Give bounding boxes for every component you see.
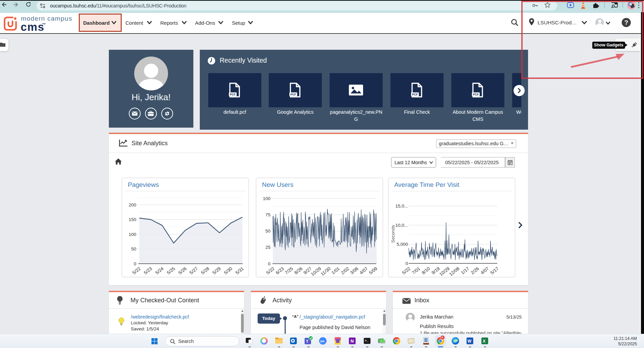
svg-text:5/09: 5/09 (368, 266, 378, 276)
svg-text:3/06: 3/06 (349, 266, 359, 276)
svg-text:5/22: 5/22 (132, 266, 142, 276)
svg-text:5/24: 5/24 (154, 266, 165, 275)
svg-text:5/26: 5/26 (177, 266, 188, 276)
svg-text:PCF: PCF (473, 93, 479, 96)
svg-text:4/07: 4/07 (480, 266, 490, 276)
svg-text:4/07: 4/07 (359, 266, 369, 276)
svg-text:Seconds: Seconds (390, 225, 396, 243)
svg-text:8/26: 8/26 (293, 266, 304, 276)
svg-text:0: 0 (268, 261, 270, 266)
svg-text:5/31: 5/31 (235, 266, 245, 276)
svg-text:6/23: 6/23 (275, 266, 285, 276)
svg-text:5/25: 5/25 (166, 266, 176, 276)
svg-text:50: 50 (265, 229, 270, 234)
svg-text:0: 0 (405, 261, 408, 266)
svg-text:5,000: 5,000 (397, 242, 408, 247)
svg-text:PCF: PCF (230, 93, 236, 96)
svg-text:7/01: 7/01 (411, 266, 421, 276)
svg-text:1/17: 1/17 (460, 266, 470, 276)
svg-text:100: 100 (128, 232, 136, 237)
svg-text:12/08: 12/08 (448, 266, 460, 277)
svg-text:0: 0 (134, 261, 136, 266)
svg-text:1/01: 1/01 (331, 266, 341, 276)
svg-text:100: 100 (263, 196, 270, 201)
svg-text:75: 75 (265, 212, 270, 217)
svg-text:5/22: 5/22 (265, 266, 276, 276)
svg-text:PCF: PCF (290, 93, 296, 96)
svg-text:10/29: 10/29 (310, 266, 322, 277)
svg-text:5/17: 5/17 (490, 266, 500, 276)
svg-text:5/23: 5/23 (143, 266, 153, 276)
svg-text:10/29: 10/29 (438, 266, 451, 277)
svg-text:11/30: 11/30 (320, 266, 332, 277)
svg-text:200: 200 (128, 202, 136, 208)
svg-text:5/22: 5/22 (401, 266, 411, 276)
svg-text:5/30: 5/30 (223, 266, 233, 276)
svg-text:10,0...: 10,0... (395, 223, 408, 228)
svg-text:PCF: PCF (412, 93, 418, 96)
svg-text:8/10: 8/10 (421, 266, 431, 276)
svg-text:7/25: 7/25 (284, 266, 294, 276)
svg-text:5/29: 5/29 (212, 266, 222, 276)
svg-text:2/26: 2/26 (470, 266, 480, 276)
svg-text:15,0...: 15,0... (395, 203, 408, 209)
svg-text:5/28: 5/28 (200, 266, 210, 276)
svg-text:25: 25 (265, 245, 270, 250)
svg-text:5/27: 5/27 (189, 266, 199, 276)
svg-text:50: 50 (131, 246, 136, 252)
svg-text:150: 150 (128, 217, 136, 222)
svg-text:2/02: 2/02 (340, 266, 350, 276)
